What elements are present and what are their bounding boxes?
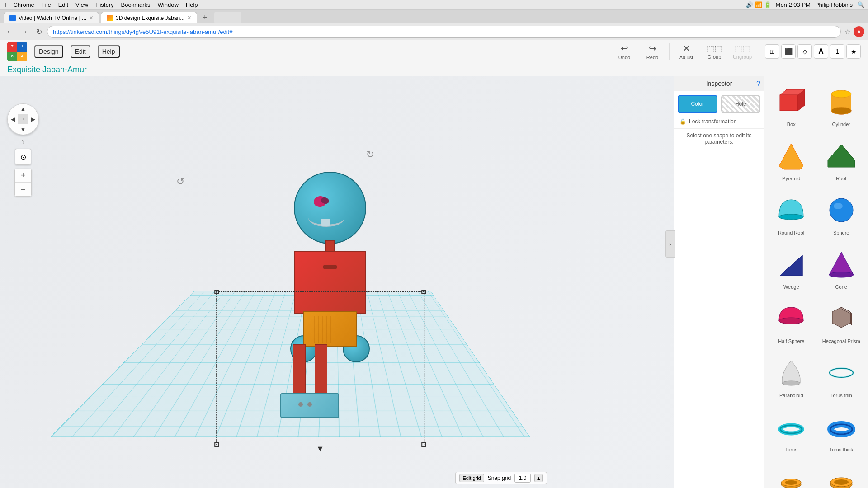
file-menu[interactable]: File [42, 1, 51, 8]
selection-handle-bl[interactable] [214, 442, 219, 447]
undo-button[interactable]: ↩ Undo [613, 43, 636, 60]
bookmark-star[interactable]: ☆ [844, 28, 851, 36]
diamond-view-button[interactable]: ◇ [797, 44, 812, 59]
compass-s[interactable]: ▼ [18, 124, 28, 135]
compass-nw[interactable] [8, 104, 18, 114]
address-input[interactable] [47, 26, 841, 38]
shape-cylinder[interactable]: Cylinder [818, 80, 865, 131]
shape-sphere-preview [823, 192, 859, 228]
shape-torus-thin[interactable]: Torus thin [818, 351, 865, 402]
canvas[interactable]: ▲ ◀ + ▶ ▼ ? ⊙ + − [0, 76, 674, 488]
cube-view-button[interactable]: ⬛ [781, 44, 796, 59]
snap-grid-input[interactable] [514, 474, 531, 483]
new-tab-button[interactable]: + [199, 12, 211, 23]
compass-e[interactable]: ▶ [28, 114, 38, 125]
svg-point-19 [779, 318, 803, 324]
shape-round-roof[interactable]: Round Roof [768, 188, 815, 239]
project-name: Exquisite Jaban-Amur [0, 63, 868, 76]
apple-menu[interactable]:  [4, 1, 6, 9]
ungroup-button[interactable]: ⬚⬚ Ungroup [731, 43, 754, 60]
compass-se[interactable] [28, 124, 38, 135]
tab-close-tinkercad[interactable]: ✕ [187, 15, 191, 21]
edit-menu[interactable]: Edit [58, 1, 68, 8]
compass-ne[interactable] [28, 104, 38, 114]
group-label: Group [708, 54, 722, 60]
separator1 [669, 43, 670, 60]
grid-view-button[interactable]: ⊞ [765, 44, 779, 59]
group-button[interactable]: ⬚⬚ Group [703, 43, 726, 60]
tab-tinkercad[interactable]: 3D design Exquisite Jaban... ✕ [101, 12, 197, 23]
shape-box[interactable]: Box [768, 80, 815, 131]
compass-n[interactable]: ▲ [18, 104, 28, 114]
star-view-button[interactable]: ★ [846, 44, 861, 59]
edit-menu-app[interactable]: Edit [71, 45, 90, 58]
shape-paraboloid[interactable]: Paraboloid [768, 351, 815, 402]
nav-compass[interactable]: ▲ ◀ + ▶ ▼ [7, 103, 39, 135]
rotation-handle-right[interactable]: ↺ [366, 149, 374, 160]
rotation-handle-left[interactable]: ↺ [176, 176, 184, 188]
inspector-color-button[interactable]: Color [678, 95, 717, 113]
robot-foot-dot2 [298, 402, 303, 407]
view-menu[interactable]: View [75, 1, 88, 8]
svg-marker-17 [829, 252, 854, 275]
svg-point-18 [829, 272, 854, 277]
help-menu-app[interactable]: Help [98, 45, 120, 58]
shape-wedge[interactable]: Wedge [768, 243, 815, 293]
window-menu[interactable]: Window [158, 1, 179, 8]
tab-extra [214, 12, 241, 23]
chrome-menu[interactable]: Chrome [13, 1, 34, 8]
tinkercad-logo[interactable]: T I C A [7, 42, 27, 61]
redo-button[interactable]: ↪ Redo [641, 43, 664, 60]
history-menu[interactable]: History [95, 1, 113, 8]
shape-ring2-preview [823, 463, 859, 488]
tab-close-video[interactable]: ✕ [89, 15, 93, 21]
shape-half-sphere[interactable]: Half Sphere [768, 297, 815, 347]
text-view-button[interactable]: A [814, 44, 828, 59]
inspector-lock[interactable]: 🔒 Lock transformation [674, 117, 764, 128]
bookmarks-menu[interactable]: Bookmarks [121, 1, 151, 8]
shape-cone[interactable]: Cone [818, 243, 865, 293]
shape-pyramid[interactable]: Pyramid [768, 134, 815, 185]
shape-ring2[interactable] [818, 460, 865, 488]
zoom-in-button[interactable]: + [15, 169, 31, 183]
compass-center[interactable]: + [18, 114, 28, 125]
shape-sphere-label: Sphere [833, 230, 849, 235]
help-menu[interactable]: Help [186, 1, 198, 8]
profile-button[interactable]: A [854, 26, 864, 37]
tab-video[interactable]: Video | Watch TV Online | ... ✕ [4, 12, 99, 23]
back-button[interactable]: ← [4, 25, 16, 38]
shape-sphere[interactable]: Sphere [818, 188, 865, 239]
menu-icons: 🔊 📶 🔋 [746, 1, 771, 8]
refresh-button[interactable]: ↻ [33, 25, 45, 38]
one-view-button[interactable]: 1 [830, 44, 844, 59]
design-menu[interactable]: Design [34, 45, 63, 58]
adjust-icon: ✕ [683, 43, 690, 54]
inspector-help[interactable]: ? [756, 80, 760, 88]
selection-handle-br[interactable] [421, 442, 426, 447]
tab-favicon-video [9, 15, 16, 21]
zoom-out-button[interactable]: − [15, 183, 31, 196]
home-button[interactable]: ⊙ [15, 149, 31, 165]
username: Philip Robbins [815, 1, 853, 8]
shape-torus[interactable]: Torus [768, 405, 815, 456]
edit-grid-button[interactable]: Edit grid [459, 474, 484, 482]
snap-grid-up[interactable]: ▲ [534, 474, 543, 482]
app-topbar: T I C A Design Edit Help ↩ Undo ↪ Redo ✕… [0, 40, 868, 63]
compass-w[interactable]: ◀ [8, 114, 18, 125]
robot-model[interactable] [262, 172, 398, 425]
panel-toggle-button[interactable]: › [665, 230, 675, 258]
help-hint[interactable]: ? [22, 139, 25, 145]
browser-chrome: Video | Watch TV Online | ... ✕ 3D desig… [0, 10, 868, 40]
search-icon[interactable]: 🔍 [857, 1, 864, 8]
svg-marker-16 [780, 255, 802, 276]
svg-point-13 [830, 198, 853, 222]
forward-button[interactable]: → [18, 25, 31, 38]
shape-ring1[interactable] [768, 460, 815, 488]
shape-torus-thick[interactable]: Torus thick [818, 405, 865, 456]
shape-ring1-preview [773, 463, 809, 488]
shape-roof[interactable]: Roof [818, 134, 865, 185]
inspector-hole-button[interactable]: Hole [721, 95, 761, 113]
shape-hexagonal-prism[interactable]: Hexagonal Prism [818, 297, 865, 347]
compass-sw[interactable] [8, 124, 18, 135]
adjust-button[interactable]: ✕ Adjust [675, 43, 698, 60]
